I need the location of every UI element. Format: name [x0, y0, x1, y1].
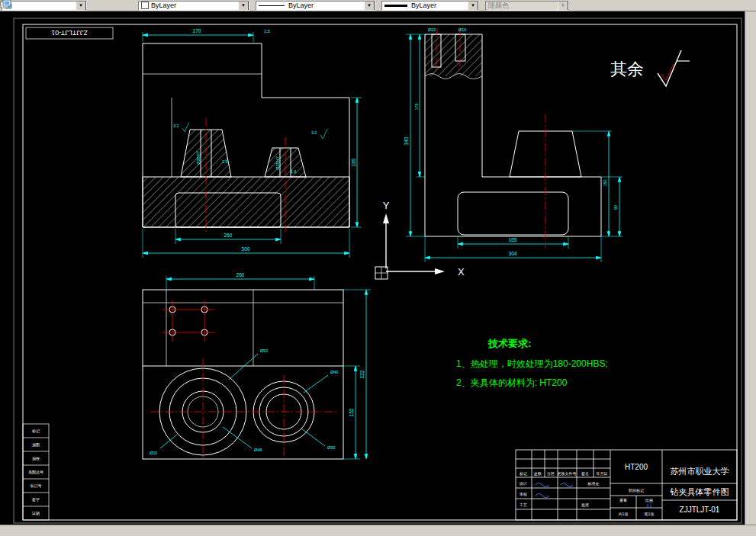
strip-row-label: 标记	[31, 428, 40, 434]
titleblock-check-label: 审核	[520, 492, 527, 496]
strip-row-label: 底图总号	[28, 470, 43, 475]
plotstyle-combo-value: 随颜色	[488, 1, 509, 11]
titleblock-process-label: 工艺	[520, 502, 527, 507]
tech-item-2: 2、夹具体的材料为: HT200	[456, 377, 568, 388]
dim-label: 80	[613, 205, 618, 210]
surface-roughness-label: 1.6	[291, 169, 297, 174]
dim-label: 160	[351, 158, 356, 166]
front-view: 170 2.5 160 260 300 Ø30H7 Ø25H7 3.2 3.2 …	[143, 28, 362, 258]
dim-label: 175	[414, 103, 419, 110]
layer-properties-icon[interactable]	[107, 1, 121, 11]
dim-label: 152	[349, 408, 354, 416]
titleblock-stage-label: 阶段标记	[629, 488, 644, 493]
chevron-down-icon[interactable]: ▼	[468, 1, 478, 11]
signature-scribble	[536, 483, 549, 487]
strip-row-label: 装订号	[31, 483, 42, 488]
color-combo-value: ByLayer	[151, 2, 176, 9]
tech-title: 技术要求:	[487, 338, 531, 349]
dim-label: Ø16	[458, 27, 466, 32]
side-section-view: Ø10 Ø16 340 175 150 80 165 304	[404, 27, 622, 262]
titleblock-title: 钻夹具体零件图	[670, 487, 729, 496]
titleblock-design-label: 设计	[519, 481, 527, 486]
window-bottom-edge	[0, 525, 756, 536]
layers-icon[interactable]	[92, 1, 105, 11]
autocad-window: { "toolbar": { "color_value": "ByLayer",…	[0, 0, 756, 536]
drawing-frame: ZJJTLJT-01	[14, 18, 742, 523]
titleblock-mark-label: 标记	[519, 471, 527, 477]
object-properties-toolbar: ▼ ByLayer ▼ ByLayer ▼ ByLayer ▼ 随颜色 ▼	[0, 0, 756, 11]
lineweight-combo[interactable]: ByLayer ▼	[381, 1, 479, 11]
top-view: Ø62 Ø48 Ø40 Ø30 Ø20 260 152 222	[143, 272, 371, 459]
layer-combo[interactable]: ▼	[2, 1, 87, 11]
titleblock-date-label: 年月日	[597, 471, 608, 477]
date-scribble	[561, 483, 573, 487]
dim-label: Ø30	[327, 445, 335, 450]
plotstyle-combo: 随颜色 ▼	[485, 1, 569, 11]
lineweight-sample	[384, 5, 407, 7]
titleblock-count-label: 处数	[534, 471, 542, 477]
drawing-canvas[interactable]: ZJJTLJT-01 标记 描图 描校 底图总号 装订号 签字 日期	[0, 0, 756, 536]
strip-row-label: 签字	[32, 497, 40, 502]
titleblock-weight-label: 重量	[619, 498, 627, 502]
surface-roughness-label: 1.6	[222, 159, 228, 164]
signature-scribble	[536, 494, 549, 498]
titleblock-sign-label: 签名	[581, 471, 589, 477]
dim-label: 260	[224, 233, 233, 238]
surface-finish-note: 其余	[610, 50, 690, 86]
titleblock-page-label: 第1张	[645, 512, 655, 517]
titleblock-sheet-label: 共1张	[619, 512, 629, 517]
chevron-down-icon[interactable]: ▼	[238, 1, 249, 11]
dim-label: Ø10	[428, 27, 436, 32]
dim-label: 170	[193, 28, 201, 34]
strip-row-label: 描图	[32, 442, 40, 448]
dim-label: 165	[509, 237, 517, 242]
revision-strip: 标记 描图 描校 底图总号 装订号 签字 日期	[23, 424, 49, 520]
dim-label: Ø48	[254, 448, 262, 452]
dim-label: Ø30H7	[196, 151, 201, 164]
frame-stamp: ZJJTLJT-01	[51, 29, 88, 37]
titleblock-approve-label: 批准	[581, 502, 589, 508]
chevron-down-icon: ▼	[558, 1, 568, 11]
ucs-icon: Y X	[375, 200, 465, 279]
linetype-sample	[259, 5, 285, 6]
ucs-x-label: X	[458, 266, 465, 278]
dim-label: 340	[404, 136, 409, 145]
strip-row-label: 日期	[32, 511, 40, 516]
titleblock-school: 苏州市职业大学	[671, 467, 729, 476]
titleblock-standardize-label: 标准化	[587, 481, 600, 486]
linetype-combo-value: ByLayer	[288, 2, 314, 9]
title-block: 苏州市职业大学 钻夹具体零件图 ZJJTLJT-01 HT200 阶段标记 重量…	[516, 450, 737, 520]
roughness-symbol-icon	[658, 50, 681, 86]
color-swatch	[141, 2, 149, 9]
surface-roughness-label: 3.2	[173, 124, 179, 128]
dim-label: 222	[359, 370, 365, 378]
titleblock-zone-label: 分区	[547, 471, 555, 476]
dim-label: 2.5	[264, 29, 270, 34]
dim-label: Ø40	[330, 370, 338, 374]
chevron-down-icon[interactable]: ▼	[76, 1, 86, 11]
titleblock-docno-label: 更改文件号	[558, 471, 577, 476]
lineweight-combo-value: ByLayer	[411, 2, 436, 9]
surface-roughness-label: 3.2	[311, 130, 317, 135]
ucs-y-label: Y	[383, 200, 390, 211]
dim-label: Ø20	[150, 451, 157, 455]
dim-label: 300	[242, 246, 250, 252]
window-right-edge	[745, 0, 756, 536]
strip-row-label: 描校	[32, 456, 40, 461]
color-combo[interactable]: ByLayer ▼	[138, 1, 249, 11]
linetype-combo[interactable]: ByLayer ▼	[256, 1, 375, 11]
tech-item-1: 1、热处理，时效处理为180-200HBS;	[456, 358, 608, 369]
tech-requirements: 技术要求: 1、热处理，时效处理为180-200HBS; 2、夹具体的材料为: …	[456, 338, 608, 388]
titleblock-scale-value: 1:1	[647, 503, 652, 508]
dim-label: 304	[509, 251, 517, 256]
chevron-down-icon[interactable]: ▼	[364, 1, 375, 11]
dim-label: 150	[603, 179, 607, 186]
titleblock-number: ZJJTLJT-01	[680, 506, 720, 514]
dim-label: Ø62	[260, 348, 268, 353]
titleblock-material: HT200	[625, 463, 648, 471]
surface-finish-label: 其余	[610, 59, 644, 79]
dim-label: Ø25H7	[275, 156, 280, 169]
dim-label: 260	[236, 272, 245, 278]
